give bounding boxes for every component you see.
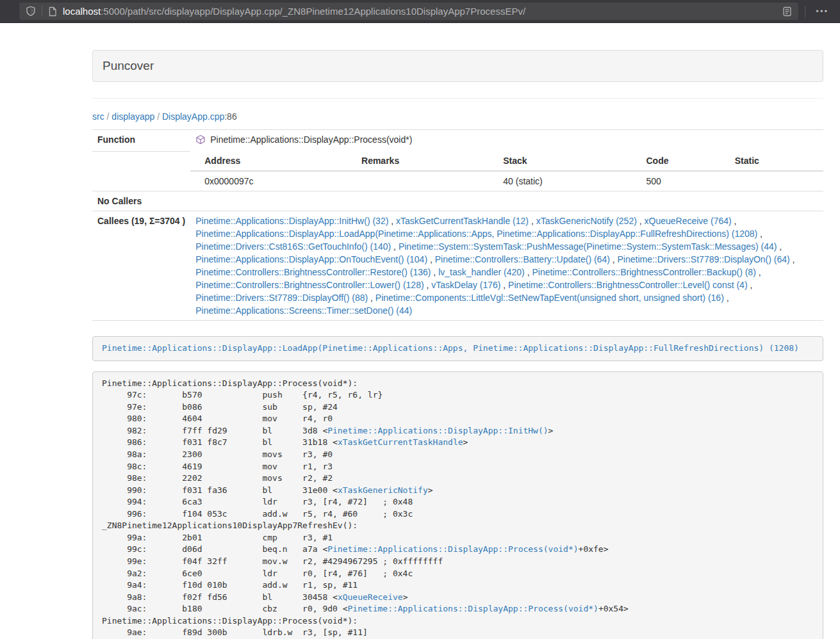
callee-link[interactable]: Pinetime::Applications::DisplayApp::OnTo… (195, 254, 427, 264)
callee-separator: , (637, 216, 645, 226)
page-title: Puncover (103, 59, 813, 73)
url-host: localhost (63, 6, 101, 17)
callee-link[interactable]: Pinetime::Drivers::Cst816S::GetTouchInfo… (195, 241, 391, 252)
page-content: Puncover src / displayapp / DisplayApp.c… (92, 50, 823, 639)
breadcrumb-link[interactable]: DisplayApp.cpp (162, 111, 224, 122)
metric-remarks-value (356, 171, 498, 191)
callee-separator: , (748, 280, 753, 290)
function-row-label: Function (92, 130, 190, 152)
callee-link[interactable]: vTaskDelay (176) (431, 280, 500, 290)
function-table: Function Pinetime::Applications::Display… (92, 129, 823, 321)
function-name-cell: Pinetime::Applications::DisplayApp::Proc… (190, 130, 823, 152)
callee-link[interactable]: Pinetime::Controllers::BrightnessControl… (532, 267, 755, 277)
page-title-panel: Puncover (92, 50, 823, 82)
highlighted-symbol-link[interactable]: Pinetime::Applications::DisplayApp::Load… (102, 343, 799, 353)
callee-link[interactable]: Pinetime::Applications::DisplayApp::Load… (195, 229, 757, 239)
column-header-static: Static (730, 151, 823, 171)
browser-topbar: localhost:5000/path/src/displayapp/Displ… (0, 0, 840, 23)
column-header-address: Address (190, 151, 356, 171)
metrics-row-label (92, 151, 190, 191)
callee-separator: , (529, 216, 536, 226)
reader-view-icon[interactable] (782, 6, 792, 17)
callee-link[interactable]: xQueueReceive (764) (645, 216, 732, 226)
no-callers-label: No Callers (92, 191, 190, 211)
breadcrumb-link[interactable]: src (92, 111, 104, 122)
callee-separator: , (757, 229, 762, 239)
overflow-menu-icon: ••• (816, 6, 828, 16)
breadcrumb: src / displayapp / DisplayApp.cpp:86 (92, 111, 823, 122)
callees-row: Callees (19, Σ=3704 ) Pinetime::Applicat… (92, 211, 823, 321)
callee-separator: , (500, 280, 508, 290)
disassembly-block: Pinetime::Applications::DisplayApp::Proc… (92, 371, 823, 639)
callee-separator: , (724, 293, 729, 303)
callee-separator: , (368, 293, 375, 303)
callee-separator: , (391, 241, 399, 252)
function-name: Pinetime::Applications::DisplayApp::Proc… (210, 134, 412, 145)
asm-symbol-link[interactable]: xQueueReceive (338, 592, 403, 602)
page-icon (48, 6, 57, 17)
symbol-cube-icon (195, 134, 206, 148)
highlighted-symbol-box: Pinetime::Applications::DisplayApp::Load… (92, 336, 823, 361)
column-header-stack: Stack (498, 151, 641, 171)
callee-link[interactable]: Pinetime::Drivers::St7789::DisplayOn() (… (618, 254, 790, 264)
callers-cell (190, 191, 823, 211)
callee-link[interactable]: xTaskGetCurrentTaskHandle (12) (396, 216, 529, 226)
callee-separator: , (610, 254, 618, 264)
metric-code-value: 500 (641, 171, 730, 191)
callee-separator: , (388, 216, 396, 226)
url-text[interactable]: localhost:5000/path/src/displayapp/Displ… (63, 6, 782, 17)
no-callers-row: No Callers (92, 191, 823, 211)
callee-link[interactable]: xTaskGenericNotify (252) (536, 216, 637, 226)
metric-static-value (730, 171, 823, 191)
column-header-code: Code (641, 151, 730, 171)
metric-stack-value: 40 (static) (498, 171, 641, 191)
breadcrumb-separator: / (154, 111, 162, 122)
metric-address-value: 0x0000097c (190, 171, 356, 191)
callee-link[interactable]: lv_task_handler (420) (438, 267, 525, 277)
asm-symbol-link[interactable]: Pinetime::Applications::DisplayApp::Init… (327, 426, 548, 435)
callee-separator: , (431, 267, 438, 277)
toolbar-separator (805, 6, 805, 17)
asm-symbol-link[interactable]: xTaskGetCurrentTaskHandle (338, 437, 463, 447)
callees-list: Pinetime::Applications::DisplayApp::Init… (190, 211, 823, 321)
callee-link[interactable]: Pinetime::Controllers::BrightnessControl… (195, 267, 431, 277)
asm-symbol-link[interactable]: xTaskGenericNotify (338, 485, 428, 495)
overflow-menu-button[interactable]: ••• (811, 4, 834, 19)
breadcrumb-line-number: :86 (224, 111, 236, 122)
url-field[interactable]: localhost:5000/path/src/displayapp/Displ… (19, 3, 798, 20)
callee-separator: , (424, 280, 432, 290)
asm-symbol-link[interactable]: Pinetime::Applications::DisplayApp::Proc… (327, 544, 578, 554)
metrics-cell: AddressRemarksStackCodeStatic 0x0000097c… (190, 151, 823, 191)
callee-link[interactable]: Pinetime::Drivers::St7789::DisplayOff() … (195, 293, 368, 303)
callee-separator: , (790, 254, 795, 264)
callees-label: Callees (19, Σ=3704 ) (92, 211, 190, 321)
metrics-row: AddressRemarksStackCodeStatic 0x0000097c… (92, 151, 823, 191)
divider (92, 98, 823, 99)
callee-separator: , (756, 267, 761, 277)
callee-separator: , (777, 241, 782, 252)
callee-link[interactable]: Pinetime::Controllers::BrightnessControl… (508, 280, 747, 290)
callee-link[interactable]: Pinetime::Applications::DisplayApp::Init… (195, 216, 388, 226)
column-header-remarks: Remarks (356, 151, 498, 171)
callee-separator: , (525, 267, 532, 277)
breadcrumb-separator: / (104, 111, 112, 122)
url-path: :5000/path/src/displayapp/DisplayApp.cpp… (101, 6, 525, 17)
asm-symbol-link[interactable]: Pinetime::Applications::DisplayApp::Proc… (348, 604, 598, 613)
callee-link[interactable]: Pinetime::Controllers::Battery::Update()… (435, 254, 610, 264)
urlbar-separator (42, 6, 42, 17)
callee-link[interactable]: Pinetime::Controllers::BrightnessControl… (195, 280, 424, 290)
tracking-protection-shield-icon[interactable] (26, 6, 36, 17)
callee-separator: , (427, 254, 435, 264)
metrics-table: AddressRemarksStackCodeStatic 0x0000097c… (190, 151, 823, 191)
callee-separator: , (732, 216, 737, 226)
callee-link[interactable]: Pinetime::System::SystemTask::PushMessag… (399, 241, 777, 252)
callee-link[interactable]: Pinetime::Applications::Screens::Timer::… (195, 305, 412, 316)
breadcrumb-link[interactable]: displayapp (111, 111, 154, 122)
callee-link[interactable]: Pinetime::Components::LittleVgl::SetNewT… (375, 293, 724, 303)
function-row: Function Pinetime::Applications::Display… (92, 130, 823, 152)
